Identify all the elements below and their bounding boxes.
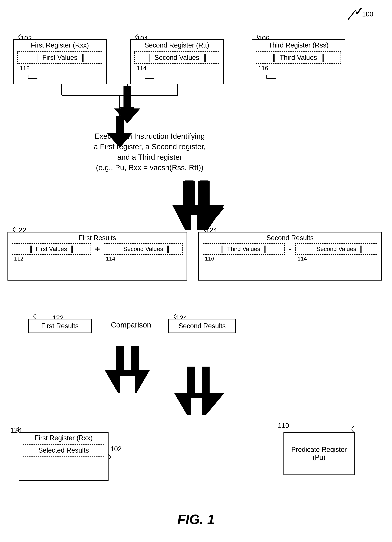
diagram-container: 100 ✓ 102 First Register (Rxx) ║ First V… bbox=[0, 0, 392, 542]
second-register-values: ║ Second Values ║ 114 bbox=[134, 51, 219, 64]
third-register-title: Third Register (Rss) bbox=[252, 40, 345, 50]
svg-rect-8 bbox=[202, 181, 210, 208]
first-register-title: First Register (Rxx) bbox=[14, 40, 106, 50]
ref-112-results: 112 bbox=[14, 255, 23, 262]
predicate-line2: (Pu) bbox=[291, 454, 347, 461]
first-results-operator: + bbox=[93, 244, 102, 254]
ref-112-first: 112 bbox=[20, 65, 30, 72]
svg-rect-19 bbox=[185, 180, 193, 205]
output-first-register-box: First Register (Rxx) Selected Results bbox=[19, 432, 109, 481]
predicate-line1: Predicate Register bbox=[291, 446, 347, 454]
first-results-left-values: ║ First Values ║ bbox=[12, 243, 91, 255]
second-results-operator: - bbox=[287, 244, 293, 254]
svg-rect-20 bbox=[200, 180, 208, 205]
ref-102-output: 102 bbox=[110, 445, 122, 453]
second-register-title: Second Register (Rtt) bbox=[131, 40, 223, 50]
output-selected-results: Selected Results bbox=[23, 444, 104, 456]
ref-114-results-second: 114 bbox=[298, 255, 307, 262]
first-results-right-values: ║ Second Values ║ bbox=[104, 243, 183, 255]
first-results-title: First Results bbox=[8, 233, 186, 243]
svg-marker-1 bbox=[120, 107, 135, 122]
ref-114-second: 114 bbox=[136, 65, 147, 72]
svg-rect-22 bbox=[116, 346, 124, 370]
svg-rect-4 bbox=[187, 181, 195, 206]
svg-rect-11 bbox=[202, 367, 210, 393]
ref-114-results-first: 114 bbox=[106, 255, 115, 262]
figure-caption: FIG. 1 bbox=[0, 512, 392, 527]
svg-marker-3 bbox=[114, 108, 140, 124]
svg-rect-7 bbox=[183, 181, 191, 208]
second-results-box: Second Results ║ Third Values ║ 116 - ║ … bbox=[198, 232, 382, 281]
third-register-values: ║ Third Values ║ 116 bbox=[256, 51, 341, 64]
second-results-small-box: Second Results bbox=[169, 319, 236, 333]
instruction-text: Execute an Instruction Identifying a Fir… bbox=[75, 131, 224, 173]
second-results-left-values: ║ Third Values ║ bbox=[203, 243, 285, 255]
svg-rect-2 bbox=[124, 86, 131, 108]
ref-116-results: 116 bbox=[205, 255, 214, 262]
ref-110: 110 bbox=[278, 422, 289, 430]
predicate-register-box: Predicate Register (Pu) bbox=[283, 432, 354, 475]
third-register-box: Third Register (Rss) ║ Third Values ║ 11… bbox=[252, 39, 345, 84]
svg-rect-23 bbox=[131, 346, 139, 370]
first-results-small-box: First Results bbox=[28, 319, 92, 333]
svg-marker-24 bbox=[105, 370, 150, 393]
first-register-values: ║ First Values ║ 112 bbox=[17, 51, 102, 64]
second-results-title: Second Results bbox=[199, 233, 381, 243]
figure-checkmark: ✓ bbox=[354, 5, 363, 18]
first-register-box: First Register (Rxx) ║ First Values ║ 11… bbox=[13, 39, 107, 84]
ref-116-third: 116 bbox=[258, 65, 268, 72]
second-register-box: Second Register (Rtt) ║ Second Values ║ … bbox=[130, 39, 223, 84]
second-results-right-values: ║ Second Values ║ bbox=[295, 243, 377, 255]
svg-rect-10 bbox=[187, 367, 195, 393]
first-results-box: First Results ║ First Values ║ 112 + ║ S… bbox=[7, 232, 187, 281]
svg-rect-5 bbox=[198, 181, 206, 206]
comparison-text: Comparison bbox=[99, 321, 163, 329]
svg-marker-6 bbox=[176, 206, 214, 224]
output-first-register-title: First Register (Rxx) bbox=[19, 433, 108, 443]
svg-marker-12 bbox=[174, 393, 224, 415]
svg-rect-17 bbox=[116, 116, 124, 133]
figure-number: 100 bbox=[362, 10, 373, 18]
